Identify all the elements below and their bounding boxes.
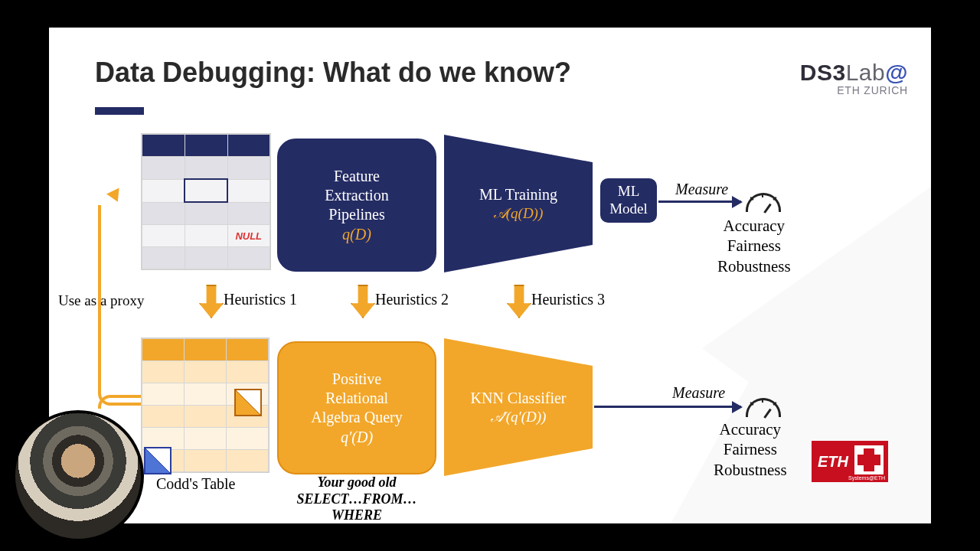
fe-formula: q(D) xyxy=(342,226,371,243)
training-formula: 𝒜(q(D)) xyxy=(494,205,544,222)
slide: Data Debugging: What do we know? DS3Lab@… xyxy=(49,28,931,523)
decor-polygon xyxy=(671,187,931,523)
diag-cell-blue xyxy=(144,447,172,474)
null-cell: NULL xyxy=(227,225,270,247)
speaker-webcam xyxy=(12,410,144,542)
logo-at: @ xyxy=(885,60,908,85)
heuristic-label-1: Heuristics 1 xyxy=(224,291,297,308)
logo-sub: ETH ZURICH xyxy=(800,84,908,96)
title-underline xyxy=(95,107,144,115)
proxy-arrow-bottom xyxy=(98,395,141,409)
pra-formula: q′(D) xyxy=(341,429,373,446)
missing-cell-icon xyxy=(185,179,227,202)
measure-arrow-top xyxy=(658,201,741,203)
ml-model-box: MLModel xyxy=(600,178,657,223)
diag-cell-orange xyxy=(234,389,262,416)
eth-sub: Systems@ETH xyxy=(848,475,885,481)
metrics-bottom: Accuracy Fairness Robustness xyxy=(714,419,787,480)
knn-funnel: KNN Classifier 𝒜′(q′(D)) xyxy=(444,338,593,476)
slide-title: Data Debugging: What do we know? xyxy=(95,57,571,89)
proxy-arrowhead xyxy=(106,184,125,201)
knn-formula: 𝒜′(q′(D)) xyxy=(491,409,547,425)
ds3lab-logo: DS3Lab@ ETH ZURICH xyxy=(800,60,908,96)
heuristic-label-3: Heuristics 3 xyxy=(531,291,605,308)
sql-caption: Your good old SELECT…FROM… WHERE xyxy=(291,474,423,524)
ml-training-funnel: ML Training 𝒜(q(D)) xyxy=(444,135,593,272)
metrics-top: Accuracy Fairness Robustness xyxy=(717,216,791,276)
heuristic-arrow-3 xyxy=(507,285,531,318)
heuristic-arrow-2 xyxy=(351,285,375,318)
logo-ds3: DS3 xyxy=(800,60,846,85)
dial-icon-top xyxy=(746,193,781,212)
heuristic-label-2: Heuristics 2 xyxy=(375,291,449,308)
measure-label-top: Measure xyxy=(675,181,728,198)
heuristic-arrow-1 xyxy=(199,285,224,318)
logo-lab: Lab xyxy=(846,60,886,85)
feature-extraction-box: Feature Extraction Pipelines q(D) xyxy=(277,139,436,272)
plus-icon xyxy=(854,445,884,474)
measure-arrow-bottom xyxy=(594,406,741,408)
eth-badge: ETH Systems@ETH xyxy=(812,441,888,482)
pra-box: Positive Relational Algebra Query q′(D) xyxy=(277,341,436,474)
codd-caption: Codd's Table xyxy=(156,475,236,493)
proxy-arrow xyxy=(98,205,141,406)
measure-label-bottom: Measure xyxy=(672,384,725,402)
data-table-dark: NULL xyxy=(141,133,271,270)
